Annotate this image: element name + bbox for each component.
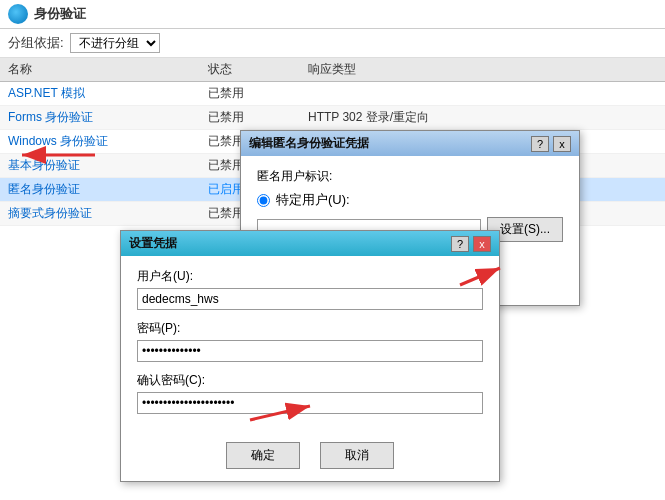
anon-dialog-title: 编辑匿名身份验证凭据 <box>249 135 369 152</box>
iis-icon <box>8 4 28 24</box>
anon-dialog-controls: ? x <box>531 136 571 152</box>
cred-confirm-group: 确认密码(C): <box>137 372 483 414</box>
cred-dialog-body: 用户名(U): 密码(P): 确认密码(C): <box>121 256 499 436</box>
col-header-response: 响应类型 <box>308 61 657 78</box>
cred-username-group: 用户名(U): <box>137 268 483 310</box>
cred-username-input[interactable] <box>137 288 483 310</box>
cred-dialog-help-btn[interactable]: ? <box>451 236 469 252</box>
cred-dialog-footer: 确定 取消 <box>121 436 499 481</box>
cred-confirm-label: 确认密码(C): <box>137 372 483 389</box>
group-bar-label: 分组依据: <box>8 34 64 52</box>
window-title: 身份验证 <box>34 5 86 23</box>
cred-dialog-controls: ? x <box>451 236 491 252</box>
cred-cancel-btn[interactable]: 取消 <box>320 442 394 469</box>
cred-dialog-title: 设置凭据 <box>129 235 177 252</box>
cred-ok-btn[interactable]: 确定 <box>226 442 300 469</box>
row-name: 摘要式身份验证 <box>8 205 208 222</box>
row-name: Windows 身份验证 <box>8 133 208 150</box>
group-bar: 分组依据: 不进行分组 <box>0 29 665 58</box>
cred-confirm-input[interactable] <box>137 392 483 414</box>
table-header: 名称 状态 响应类型 <box>0 58 665 82</box>
row-status: 已禁用 <box>208 85 308 102</box>
group-bar-select[interactable]: 不进行分组 <box>70 33 160 53</box>
dialog-cred: 设置凭据 ? x 用户名(U): 密码(P): 确认密码(C): 确定 取消 <box>120 230 500 482</box>
anon-dialog-titlebar: 编辑匿名身份验证凭据 ? x <box>241 131 579 156</box>
title-bar: 身份验证 <box>0 0 665 29</box>
cred-password-group: 密码(P): <box>137 320 483 362</box>
anon-dialog-help-btn[interactable]: ? <box>531 136 549 152</box>
row-status: 已禁用 <box>208 109 308 126</box>
cred-username-label: 用户名(U): <box>137 268 483 285</box>
cred-password-label: 密码(P): <box>137 320 483 337</box>
cred-dialog-titlebar: 设置凭据 ? x <box>121 231 499 256</box>
row-name: ASP.NET 模拟 <box>8 85 208 102</box>
anon-radio-row: 特定用户(U): <box>257 191 563 209</box>
row-name: 匿名身份验证 <box>8 181 208 198</box>
col-header-status: 状态 <box>208 61 308 78</box>
cred-dialog-close-btn[interactable]: x <box>473 236 491 252</box>
row-response <box>308 85 657 102</box>
anon-dialog-close-btn[interactable]: x <box>553 136 571 152</box>
row-response: HTTP 302 登录/重定向 <box>308 109 657 126</box>
row-name: Forms 身份验证 <box>8 109 208 126</box>
anon-field-label: 匿名用户标识: <box>257 168 563 185</box>
row-name: 基本身份验证 <box>8 157 208 174</box>
anon-radio-label: 特定用户(U): <box>276 191 350 209</box>
anon-specific-radio[interactable] <box>257 194 270 207</box>
table-row[interactable]: ASP.NET 模拟已禁用 <box>0 82 665 106</box>
cred-password-input[interactable] <box>137 340 483 362</box>
table-row[interactable]: Forms 身份验证已禁用HTTP 302 登录/重定向 <box>0 106 665 130</box>
col-header-name: 名称 <box>8 61 208 78</box>
